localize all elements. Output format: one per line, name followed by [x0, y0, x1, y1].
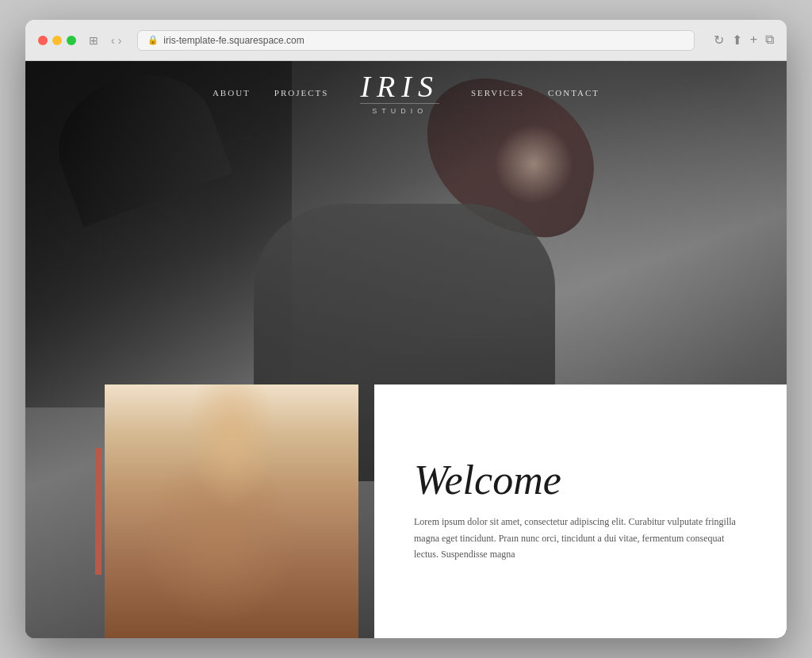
traffic-lights — [38, 36, 76, 45]
fashion-card — [105, 384, 358, 638]
site-logo[interactable]: IRIS STUDIO — [360, 71, 439, 115]
browser-chrome: ⊞ ‹ › 🔒 iris-template-fe.squarespace.com… — [25, 20, 787, 61]
bottom-content: Welcome Lorem ipsum dolor sit amet, cons… — [25, 384, 787, 638]
welcome-body: Lorem ipsum dolor sit amet, consectetur … — [414, 514, 747, 562]
fashion-figure — [105, 384, 358, 638]
browser-window: ⊞ ‹ › 🔒 iris-template-fe.squarespace.com… — [25, 20, 787, 638]
minimize-button[interactable] — [52, 36, 62, 45]
share-icon[interactable]: ⬆ — [732, 33, 742, 48]
address-bar[interactable]: 🔒 iris-template-fe.squarespace.com — [137, 30, 694, 51]
fashion-photo — [105, 384, 358, 638]
logo-iris-text: IRIS — [360, 71, 439, 101]
site-navigation: ABOUT PROJECTS IRIS STUDIO SERVICES CONT… — [25, 61, 787, 124]
url-text: iris-template-fe.squarespace.com — [163, 35, 304, 46]
face-shape — [494, 124, 573, 204]
hero-section: ABOUT PROJECTS IRIS STUDIO SERVICES CONT… — [25, 61, 787, 638]
window-controls: ⊞ — [89, 34, 98, 47]
grid-icon[interactable]: ⊞ — [89, 34, 98, 47]
nav-contact[interactable]: CONTACT — [548, 88, 599, 98]
red-accent-bar — [95, 448, 102, 575]
new-tab-icon[interactable]: + — [750, 33, 757, 48]
close-button[interactable] — [38, 36, 48, 45]
nav-left: ABOUT PROJECTS — [213, 88, 328, 98]
nav-about[interactable]: ABOUT — [213, 88, 251, 98]
browser-actions: ↻ ⬆ + ⧉ — [714, 33, 774, 48]
welcome-title: Welcome — [414, 460, 747, 501]
windows-icon[interactable]: ⧉ — [765, 33, 774, 48]
maximize-button[interactable] — [67, 36, 76, 45]
welcome-card: Welcome Lorem ipsum dolor sit amet, cons… — [374, 384, 787, 638]
nav-projects[interactable]: PROJECTS — [274, 88, 329, 98]
back-arrow-icon[interactable]: ‹ — [111, 34, 115, 47]
website-content: ABOUT PROJECTS IRIS STUDIO SERVICES CONT… — [25, 61, 787, 638]
refresh-icon[interactable]: ↻ — [714, 33, 724, 48]
nav-inner: ABOUT PROJECTS IRIS STUDIO SERVICES CONT… — [25, 71, 787, 115]
nav-arrows: ‹ › — [111, 34, 121, 47]
lock-icon: 🔒 — [147, 35, 159, 45]
logo-studio-text: STUDIO — [360, 103, 439, 115]
forward-arrow-icon[interactable]: › — [118, 34, 122, 47]
nav-right: SERVICES CONTACT — [471, 88, 599, 98]
nav-services[interactable]: SERVICES — [471, 88, 524, 98]
